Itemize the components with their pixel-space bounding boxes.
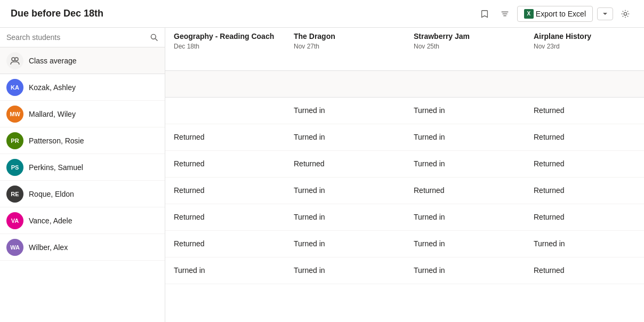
student-6-assignment-1: Turned in <box>285 257 405 284</box>
student-1-assignment-1: Turned in <box>285 124 405 150</box>
filter-button[interactable] <box>497 6 513 22</box>
student-5-assignment-3: Turned in <box>525 230 644 257</box>
student-avatar-6: WA <box>6 239 23 256</box>
student-data-row-0: Turned inTurned inReturned <box>165 97 644 124</box>
assignment-due-date: Nov 25th <box>414 43 517 50</box>
student-6-assignment-3: Returned <box>525 257 644 284</box>
svg-line-5 <box>155 38 157 41</box>
student-row-6[interactable]: WA Wilber, Alex <box>0 234 165 261</box>
main-content: Class average KA Kozak, Ashley MW Mallar… <box>0 28 644 322</box>
student-row-0[interactable]: KA Kozak, Ashley <box>0 74 165 101</box>
student-4-assignment-3: Returned <box>525 204 644 230</box>
export-dropdown-button[interactable] <box>597 7 613 20</box>
assignment-name: Airplane History <box>534 32 637 41</box>
student-avatar-5: VA <box>6 212 23 229</box>
student-data-row-6: Turned inTurned inTurned inReturned <box>165 257 644 284</box>
search-input[interactable] <box>6 33 146 42</box>
class-avg-cell-0 <box>165 70 285 97</box>
class-average-row[interactable]: Class average <box>0 47 165 74</box>
student-6-assignment-2: Turned in <box>405 257 525 284</box>
student-4-assignment-2: Turned in <box>405 204 525 230</box>
class-average-label: Class average <box>29 57 77 65</box>
student-2-assignment-2: Turned in <box>405 150 525 177</box>
bookmark-button[interactable] <box>477 6 493 22</box>
class-avg-cell-3 <box>525 70 644 97</box>
student-row-3[interactable]: PS Perkins, Samuel <box>0 154 165 181</box>
student-avatar-2: PR <box>6 132 23 149</box>
student-row-1[interactable]: MW Mallard, Wiley <box>0 101 165 127</box>
student-5-assignment-1: Turned in <box>285 230 405 257</box>
assignment-due-date: Dec 18th <box>174 43 277 50</box>
student-0-assignment-0 <box>165 97 285 124</box>
svg-point-3 <box>624 12 626 15</box>
excel-icon: X <box>524 9 534 19</box>
student-2-assignment-3: Returned <box>525 150 644 177</box>
assignment-name: Geography - Reading Coach <box>174 32 277 41</box>
student-name-3: Perkins, Samuel <box>29 163 83 172</box>
page-title: Due before Dec 18th <box>11 8 103 19</box>
assignment-header-2: Strawberry JamNov 25th <box>405 28 525 70</box>
student-3-assignment-0: Returned <box>165 177 285 204</box>
student-1-assignment-0: Returned <box>165 124 285 150</box>
header-actions: X Export to Excel <box>477 6 633 22</box>
student-5-assignment-0: Returned <box>165 230 285 257</box>
assignment-name: Strawberry Jam <box>414 32 517 41</box>
assignment-due-date: Nov 23rd <box>534 43 637 50</box>
student-6-assignment-0: Turned in <box>165 257 285 284</box>
student-name-5: Vance, Adele <box>29 216 72 225</box>
assignments-body: Turned inTurned inReturnedReturnedTurned… <box>165 70 644 284</box>
student-data-row-5: ReturnedTurned inTurned inTurned in <box>165 230 644 257</box>
svg-point-7 <box>15 58 18 61</box>
assignments-table: Geography - Reading CoachDec 18thThe Dra… <box>165 28 644 284</box>
assignment-header-0: Geography - Reading CoachDec 18th <box>165 28 285 70</box>
student-data-row-4: ReturnedTurned inTurned inReturned <box>165 204 644 230</box>
settings-button[interactable] <box>617 6 633 22</box>
right-panel: Geography - Reading CoachDec 18thThe Dra… <box>165 28 644 322</box>
student-name-2: Patterson, Rosie <box>29 136 84 145</box>
student-name-6: Wilber, Alex <box>29 243 68 252</box>
student-row-5[interactable]: VA Vance, Adele <box>0 207 165 234</box>
student-4-assignment-1: Turned in <box>285 204 405 230</box>
student-name-1: Mallard, Wiley <box>29 110 76 118</box>
student-3-assignment-1: Turned in <box>285 177 405 204</box>
search-button[interactable] <box>150 33 158 42</box>
class-avg-cell-2 <box>405 70 525 97</box>
student-list: Class average KA Kozak, Ashley MW Mallar… <box>0 47 165 322</box>
assignment-header-1: The DragonNov 27th <box>285 28 405 70</box>
student-name-4: Roque, Eldon <box>29 190 74 198</box>
student-data-row-3: ReturnedTurned inReturnedReturned <box>165 177 644 204</box>
student-avatar-0: KA <box>6 79 23 96</box>
left-panel: Class average KA Kozak, Ashley MW Mallar… <box>0 28 165 322</box>
assignment-due-date: Nov 27th <box>294 43 397 50</box>
student-avatar-3: PS <box>6 159 23 176</box>
search-container <box>0 28 165 47</box>
student-0-assignment-3: Returned <box>525 97 644 124</box>
student-0-assignment-1: Turned in <box>285 97 405 124</box>
assignments-header-row: Geography - Reading CoachDec 18thThe Dra… <box>165 28 644 70</box>
class-average-icon <box>6 52 23 69</box>
student-row-2[interactable]: PR Patterson, Rosie <box>0 127 165 154</box>
student-3-assignment-3: Returned <box>525 177 644 204</box>
student-row-4[interactable]: RE Roque, Eldon <box>0 181 165 207</box>
export-label: Export to Excel <box>536 10 586 18</box>
student-data-row-1: ReturnedTurned inTurned inReturned <box>165 124 644 150</box>
student-data-row-2: ReturnedReturnedTurned inReturned <box>165 150 644 177</box>
assignment-header-3: Airplane HistoryNov 23rd <box>525 28 644 70</box>
student-name-0: Kozak, Ashley <box>29 83 76 92</box>
svg-point-6 <box>12 58 15 61</box>
class-avg-cell-1 <box>285 70 405 97</box>
svg-point-4 <box>151 34 156 39</box>
student-0-assignment-2: Turned in <box>405 97 525 124</box>
student-4-assignment-0: Returned <box>165 204 285 230</box>
student-2-assignment-1: Returned <box>285 150 405 177</box>
assignment-name: The Dragon <box>294 32 397 41</box>
class-average-data-row <box>165 70 644 97</box>
student-avatar-1: MW <box>6 106 23 123</box>
student-avatar-4: RE <box>6 186 23 203</box>
student-3-assignment-2: Returned <box>405 177 525 204</box>
export-to-excel-button[interactable]: X Export to Excel <box>517 6 593 22</box>
student-2-assignment-0: Returned <box>165 150 285 177</box>
student-1-assignment-2: Turned in <box>405 124 525 150</box>
student-5-assignment-2: Turned in <box>405 230 525 257</box>
student-rows-container: KA Kozak, Ashley MW Mallard, Wiley PR Pa… <box>0 74 165 261</box>
